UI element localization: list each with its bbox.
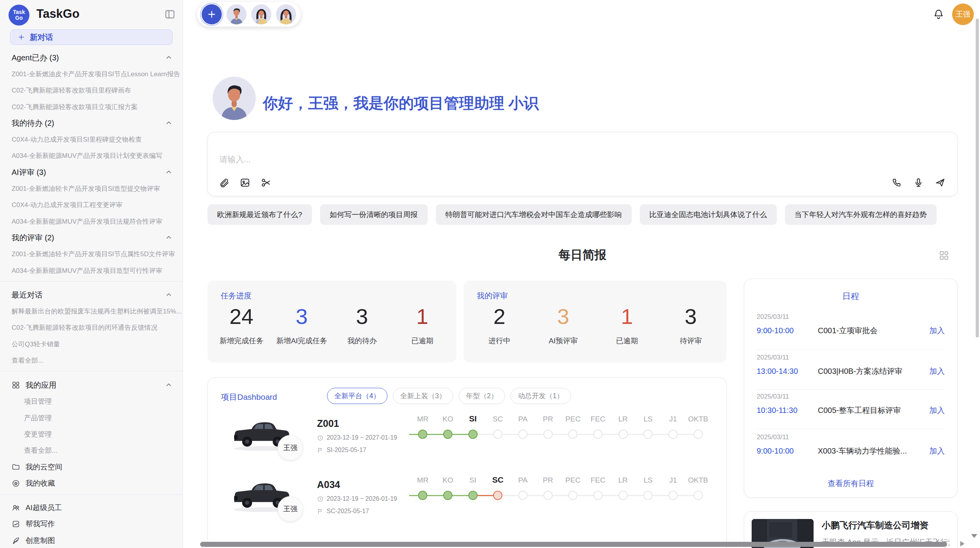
project-code[interactable]: A034 — [317, 479, 340, 490]
milestone-label: J1 — [661, 476, 686, 485]
tab-all-new-platform[interactable]: 全新平台（4） — [327, 388, 387, 404]
project-row[interactable]: 王强 A034 2023-12-19 ~ 2026-01-19 SC-2025-… — [208, 473, 726, 531]
user-avatar-badge[interactable]: 王强 — [952, 3, 974, 25]
recent-chat-item[interactable]: C02-飞腾新能源轻客改款项目的闭环通告反馈情况 — [0, 320, 183, 336]
milestone-track: MR KO SI SC PA PR PEC FEC LR LS J1 OKTB — [410, 475, 711, 506]
app-item-change-mgmt[interactable]: 变更管理 — [0, 426, 183, 442]
section-agent-done[interactable]: Agent已办 (3) — [0, 50, 183, 66]
card-title[interactable]: 我的评审 — [477, 291, 508, 301]
list-item[interactable]: C02-飞腾新能源轻客改款项目里程碑画布 — [0, 82, 183, 99]
add-contact-button[interactable] — [202, 4, 222, 24]
recent-chat-item[interactable]: 解释最新出台的欧盟报废车法规再生塑料比例被调至15%... — [0, 303, 183, 319]
join-meeting-link[interactable]: 加入 — [929, 366, 945, 377]
schedule-card: 日程 2025/03/11 9:00-10:00 C001-立项审批会 加入 2… — [744, 279, 958, 498]
sidebar-item-favorites[interactable]: 我的收藏 — [0, 475, 183, 491]
list-item[interactable]: C0X4-动力总成开发项目SI里程碑提交物检查 — [0, 131, 183, 147]
suggestion-chip[interactable]: 比亚迪全固态电池计划具体说了什么 — [640, 204, 777, 225]
attachment-button[interactable] — [219, 177, 230, 188]
milestone-dot-done — [418, 430, 427, 439]
task-progress-card: 任务进度 24 新增完成任务 3 新增AI完成任务 3 我的待办 1 已逾期 — [207, 281, 456, 363]
join-meeting-link[interactable]: 加入 — [929, 325, 945, 336]
chevron-up-icon[interactable] — [165, 119, 173, 127]
list-item[interactable]: C02-飞腾新能源轻客改款项目立项汇报方案 — [0, 99, 183, 115]
milestone-label: OKTB — [685, 476, 711, 485]
suggestion-chip[interactable]: 当下年轻人对汽车外观有怎样的喜好趋势 — [785, 204, 937, 225]
recent-chat-item[interactable]: 公司Q3轻卡销量 — [0, 336, 183, 352]
dashboard-title[interactable]: 项目Dashboard — [221, 392, 277, 402]
chevron-up-icon[interactable] — [165, 291, 173, 299]
section-my-apps[interactable]: 我的应用 — [0, 377, 183, 393]
new-chat-button[interactable]: 新对话 — [10, 29, 173, 45]
plus-icon — [17, 33, 25, 41]
sidebar-item-cloud-space[interactable]: 我的云空间 — [0, 459, 183, 475]
project-row[interactable]: 王强 Z001 2023-12-19 ~ 2027-01-19 SI-2025-… — [208, 412, 726, 470]
milestone-dot — [493, 430, 502, 439]
chevron-up-icon[interactable] — [165, 54, 173, 62]
apps-view-all[interactable]: 查看全部... — [0, 442, 183, 459]
send-plane-icon — [935, 177, 946, 188]
news-title[interactable]: 小鹏飞行汽车制造公司增资 — [822, 519, 929, 531]
vertical-scrollbar-thumb[interactable] — [976, 19, 979, 337]
list-item[interactable]: C0X4-动力总成开发项目工程变更评审 — [0, 197, 183, 213]
divider — [757, 389, 945, 390]
list-item[interactable]: A034-全新新能源MUV产品开发项目计划变更表编写 — [0, 148, 183, 164]
sidebar-item-ai-employee[interactable]: AI超级员工 — [0, 500, 183, 516]
voice-call-button[interactable] — [891, 177, 902, 188]
milestone-dot — [618, 430, 628, 439]
list-item[interactable]: A034-全新新能源MUV产品开发项目法规符合性评审 — [0, 213, 183, 229]
card-title[interactable]: 任务进度 — [221, 291, 252, 301]
section-ai-review[interactable]: AI评审 (3) — [0, 164, 183, 180]
project-code[interactable]: Z001 — [317, 418, 339, 429]
schedule-item: 2025/03/11 9:00-10:00 X003-车辆动力学性能验... 加… — [757, 433, 945, 456]
section-my-todo[interactable]: 我的待办 (2) — [0, 115, 183, 131]
milestone-dot — [568, 491, 577, 500]
scroll-right-arrow-icon[interactable] — [960, 541, 965, 546]
avatar[interactable] — [226, 4, 247, 24]
flag-icon — [317, 447, 324, 454]
screenshot-button[interactable] — [260, 177, 271, 188]
suggestion-chip[interactable]: 特朗普可能对进口汽车增税会对中国车企造成哪些影响 — [436, 204, 632, 225]
tab-model-year[interactable]: 年型（2） — [459, 388, 505, 404]
list-item[interactable]: Z001-全新燃油轻卡产品开发项目SI造型提交物评审 — [0, 180, 183, 197]
scroll-down-arrow-icon[interactable] — [971, 534, 977, 538]
section-recent-chats[interactable]: 最近对话 — [0, 287, 183, 303]
suggestion-chip[interactable]: 欧洲新规最近颁布了什么? — [207, 204, 312, 225]
avatar[interactable] — [251, 4, 271, 24]
milestone-label: LR — [610, 415, 636, 423]
milestone-dot — [643, 491, 653, 500]
avatar[interactable] — [276, 4, 296, 24]
list-item[interactable]: Z001-全新燃油轻卡产品开发项目SI节点属性5D文件评审 — [0, 246, 183, 262]
sidebar-item-help-write[interactable]: 帮我写作 — [0, 516, 183, 532]
apps-grid-icon — [12, 381, 20, 389]
chevron-up-icon[interactable] — [165, 234, 173, 241]
join-meeting-link[interactable]: 加入 — [929, 405, 945, 416]
paperclip-icon — [219, 177, 230, 188]
horizontal-scrollbar-thumb[interactable] — [200, 542, 947, 547]
notification-bell-icon[interactable] — [933, 9, 944, 20]
sidebar-collapse-icon[interactable] — [164, 9, 176, 20]
chat-input[interactable] — [219, 155, 684, 164]
join-meeting-link[interactable]: 加入 — [929, 446, 945, 456]
chevron-up-icon[interactable] — [165, 168, 173, 176]
milestone-label: LR — [610, 476, 636, 485]
app-item-product-mgmt[interactable]: 产品管理 — [0, 410, 183, 426]
suggestion-chip[interactable]: 如何写一份清晰的项目周报 — [320, 204, 428, 225]
project-flag-milestone: SI-2025-05-17 — [317, 447, 366, 454]
section-my-review[interactable]: 我的评审 (2) — [0, 229, 183, 246]
chevron-up-icon[interactable] — [165, 381, 173, 389]
tab-all-new-body[interactable]: 全新上装（3） — [393, 388, 453, 404]
list-item[interactable]: Z001-全新燃油皮卡产品开发项目SI节点Lesson Learn报告 — [0, 66, 183, 82]
microphone-button[interactable] — [913, 177, 924, 188]
send-button[interactable] — [935, 177, 946, 188]
quick-access-pill — [197, 2, 301, 27]
recent-view-all[interactable]: 查看全部... — [0, 352, 183, 368]
list-item[interactable]: A034-全新新能源MUV产品开发项目造型可行性评审 — [0, 262, 183, 279]
app-title: TaskGo — [36, 7, 79, 21]
sidebar-item-creative-draw[interactable]: 创意制图 — [0, 533, 183, 548]
tab-powertrain-dev[interactable]: 动总开发（1） — [511, 388, 571, 404]
app-item-project-mgmt[interactable]: 项目管理 — [0, 393, 183, 409]
divider — [0, 495, 183, 495]
image-upload-button[interactable] — [240, 177, 250, 188]
view-all-schedule-link[interactable]: 查看所有日程 — [744, 478, 957, 489]
layout-grid-icon[interactable] — [938, 250, 950, 261]
